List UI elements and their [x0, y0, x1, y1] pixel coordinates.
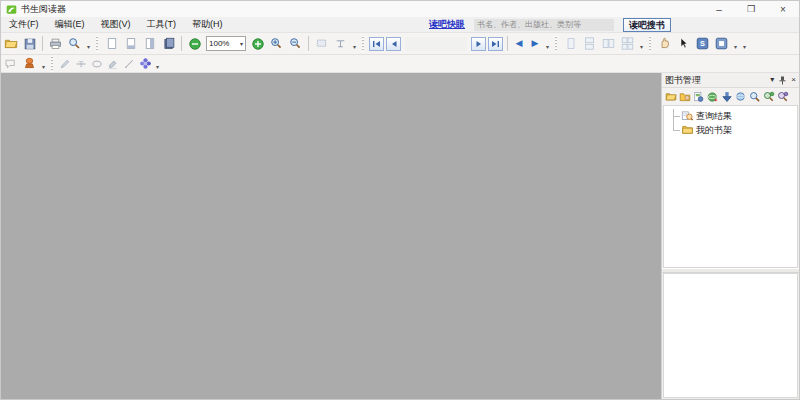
toolbar-overflow-button[interactable]: ▾: [637, 36, 646, 52]
library-tree: 查询结果 我的书架: [663, 105, 798, 268]
menu-bar: 文件(F) 编辑(E) 视图(V) 工具(T) 帮助(H) 读吧快眼 读吧搜书: [1, 17, 799, 33]
strikeout-tool-button[interactable]: T: [73, 55, 89, 73]
tree-item-label: 查询结果: [696, 110, 732, 123]
panel-toolbar: [662, 88, 799, 105]
next-page-button[interactable]: [471, 37, 486, 51]
book-properties-button[interactable]: [692, 90, 705, 104]
separator: [308, 36, 309, 51]
single-page-layout-button[interactable]: [561, 35, 580, 53]
tree-item-label: 我的书架: [696, 124, 732, 137]
zoom-in-button[interactable]: [248, 35, 267, 53]
fit-visible-button[interactable]: [331, 35, 350, 53]
snapshot-tool-button[interactable]: S: [693, 35, 712, 53]
toolbar-overflow-button[interactable]: ▾: [153, 56, 162, 72]
dubar-link[interactable]: 读吧快眼: [429, 18, 465, 31]
tree-connector-line: [673, 109, 674, 130]
zoom-combobox[interactable]: 100% ▾: [206, 36, 246, 51]
continuous-facing-layout-button[interactable]: [618, 35, 637, 53]
toolbar-overflow-button[interactable]: ▾: [740, 36, 749, 52]
add-book-button[interactable]: [678, 90, 691, 104]
zoom-value: 100%: [209, 39, 229, 48]
open-button[interactable]: [1, 35, 20, 53]
menu-edit[interactable]: 编辑(E): [47, 17, 93, 32]
tree-item-my-bookshelf[interactable]: 我的书架: [664, 123, 797, 137]
app-logo-icon: [6, 4, 17, 15]
go-back-button[interactable]: ◀: [511, 35, 527, 53]
pencil-tool-button[interactable]: [57, 55, 73, 73]
last-page-button[interactable]: [488, 37, 503, 51]
close-button[interactable]: ×: [767, 1, 799, 17]
toolbar-overflow-button[interactable]: ▾: [84, 36, 93, 52]
highlighter-tool-button[interactable]: [105, 55, 121, 73]
previous-page-button[interactable]: [386, 37, 401, 51]
maximize-button[interactable]: ❒: [735, 1, 767, 17]
menu-tools[interactable]: 工具(T): [139, 17, 185, 32]
text-select-tool-button[interactable]: [712, 35, 731, 53]
continuous-layout-button[interactable]: [580, 35, 599, 53]
advanced-search-button[interactable]: [776, 90, 789, 104]
toolbar-overflow-button[interactable]: ▾: [350, 36, 359, 52]
pin-icon[interactable]: [779, 76, 786, 85]
marquee-zoom-in-button[interactable]: [267, 35, 286, 53]
document-canvas: [1, 73, 661, 399]
tool-dropdown-button[interactable]: ▾: [731, 36, 740, 52]
ellipse-tool-button[interactable]: [89, 55, 105, 73]
minimize-button[interactable]: –: [703, 1, 735, 17]
title-bar: 书生阅读器 – ❒ ×: [1, 1, 799, 17]
page-number-field[interactable]: [405, 37, 467, 51]
line-tool-button[interactable]: [121, 55, 137, 73]
panel-close-button[interactable]: ×: [791, 76, 796, 84]
annotation-style-button[interactable]: [137, 55, 153, 73]
toolbar-annotation: ▾ T ▾: [1, 55, 799, 73]
download-book-button[interactable]: [720, 90, 733, 104]
panel-header-buttons: ▾ ×: [770, 76, 796, 85]
zoom-out-button[interactable]: [185, 35, 204, 53]
forward-arrow-icon: ▶: [532, 39, 539, 48]
toolbar-grip[interactable]: [648, 36, 653, 52]
search-button[interactable]: [65, 35, 84, 53]
folder-icon: [681, 124, 694, 136]
fit-page-button[interactable]: [102, 35, 121, 53]
toolbar-grip[interactable]: [361, 36, 366, 52]
toolbar-overflow-button[interactable]: ▾: [39, 56, 48, 72]
menu-file[interactable]: 文件(F): [1, 17, 47, 32]
panel-menu-button[interactable]: ▾: [770, 76, 774, 84]
save-button[interactable]: [20, 35, 39, 53]
dubar-search-button[interactable]: 读吧搜书: [623, 18, 671, 32]
toolbar-grip[interactable]: [554, 36, 559, 52]
select-tool-button[interactable]: [674, 35, 693, 53]
full-screen-button[interactable]: [159, 35, 178, 53]
actual-size-button[interactable]: [140, 35, 159, 53]
web-library-button[interactable]: [706, 90, 719, 104]
facing-layout-button[interactable]: [599, 35, 618, 53]
panel-header: 图书管理 ▾ ×: [662, 73, 799, 88]
svg-text:S: S: [700, 39, 705, 48]
separator: [507, 36, 508, 51]
panel-title: 图书管理: [665, 74, 701, 87]
separator: [181, 36, 182, 51]
book-detail-pane: [663, 273, 798, 398]
web-search-button[interactable]: [762, 90, 775, 104]
marquee-zoom-out-button[interactable]: [286, 35, 305, 53]
search-books-button[interactable]: [748, 90, 761, 104]
tree-item-query-results[interactable]: 查询结果: [664, 109, 797, 123]
hand-tool-button[interactable]: [655, 35, 674, 53]
open-book-button[interactable]: [664, 90, 677, 104]
toolbar-overflow-button[interactable]: ▾: [543, 36, 552, 52]
toolbar-grip[interactable]: [50, 56, 55, 72]
comment-tool-button[interactable]: [1, 55, 20, 73]
select-region-button[interactable]: [312, 35, 331, 53]
window-controls: – ❒ ×: [703, 1, 799, 17]
print-button[interactable]: [46, 35, 65, 53]
stamp-tool-button[interactable]: [20, 55, 39, 73]
go-forward-button[interactable]: ▶: [527, 35, 543, 53]
first-page-button[interactable]: [369, 37, 384, 51]
book-search-input[interactable]: [474, 19, 614, 31]
main-area: 图书管理 ▾ ×: [1, 73, 799, 399]
toolbar-grip[interactable]: [95, 36, 100, 52]
separator: [42, 36, 43, 51]
upload-book-button[interactable]: [734, 90, 747, 104]
menu-view[interactable]: 视图(V): [93, 17, 139, 32]
menu-help[interactable]: 帮助(H): [184, 17, 231, 32]
fit-width-button[interactable]: [121, 35, 140, 53]
